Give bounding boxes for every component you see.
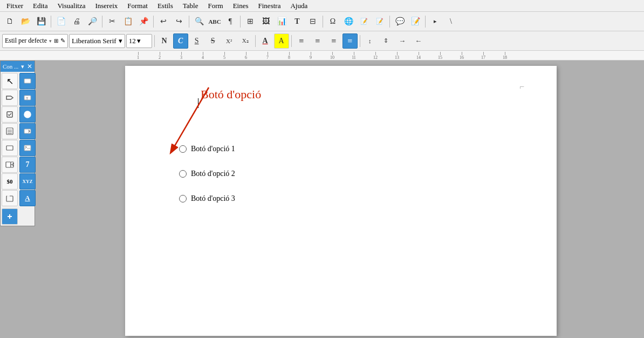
panel-expand-btn[interactable]: ▾ [21, 63, 24, 70]
paste-btn[interactable]: 📌 [136, 14, 151, 29]
menu-fitxer[interactable]: Fitxer [2, 1, 28, 11]
more-btn[interactable]: ▸ [428, 14, 443, 29]
line-spacing-btn[interactable]: ↕ [362, 33, 378, 49]
print-btn[interactable]: 🖨 [69, 14, 84, 29]
align-center-btn[interactable]: ≡ [310, 33, 325, 49]
insert-image-btn[interactable]: 🖼 [258, 14, 273, 29]
track-btn[interactable]: 📝 [408, 14, 423, 29]
text-cursor [198, 98, 198, 108]
label-btn[interactable] [2, 90, 18, 106]
superscript-btn[interactable]: X² [222, 33, 237, 49]
ruler-tick: 4 [192, 52, 214, 60]
scroll-bar-btn[interactable] [2, 140, 18, 156]
footnote-btn[interactable]: 📝 [357, 14, 372, 29]
ruler-tick: 12 [365, 52, 386, 60]
svg-rect-14 [6, 162, 11, 167]
menu-ajuda[interactable]: Ajuda [286, 1, 312, 11]
spin-field-btn[interactable]: ▲▼ [2, 157, 18, 173]
spell-btn[interactable]: ABC [207, 14, 222, 29]
currency-btn[interactable]: $0 [2, 173, 18, 190]
para-spacing-btn[interactable]: ⇕ [379, 33, 394, 49]
export-pdf-btn[interactable]: 📄 [53, 14, 68, 29]
special-chars-btn[interactable]: Ω [325, 14, 340, 29]
radio-btn-tool[interactable] [19, 106, 36, 123]
text-field-btn[interactable]: T [19, 90, 36, 106]
italic-btn[interactable]: C [173, 33, 188, 49]
bold-btn[interactable]: N [157, 33, 172, 49]
menu-finestra[interactable]: Finestra [254, 1, 285, 11]
insert-textbox-btn[interactable]: T [290, 14, 305, 29]
numeric-btn[interactable]: 7 [19, 157, 36, 173]
radio-circle-2[interactable] [179, 170, 187, 178]
ruler-tick: 18 [494, 52, 516, 60]
paint-mode-btn[interactable] [2, 208, 18, 225]
cursor-tool-btn[interactable]: ↖ [2, 73, 18, 89]
menu-eines[interactable]: Eines [229, 1, 253, 11]
decrease-indent-btn[interactable]: ← [411, 33, 426, 49]
ruler-tick: 16 [451, 52, 472, 60]
font-name-label: Liberation Serif [72, 37, 117, 45]
insert-control-btn[interactable] [19, 73, 36, 89]
comment-btn[interactable]: 💬 [392, 14, 407, 29]
formatted-text-btn[interactable]: XYZ [19, 173, 36, 190]
increase-indent-btn[interactable]: → [395, 33, 410, 49]
font-dropdown[interactable]: Liberation Serif ▾ [69, 34, 125, 48]
font-arrow-icon: ▾ [119, 37, 122, 45]
list-box-btn[interactable] [2, 123, 18, 139]
ruler-tick: 14 [408, 52, 429, 60]
hyperlink-btn[interactable]: 🌐 [341, 14, 356, 29]
radio-label-2: Botó d'opció 2 [191, 170, 235, 178]
open-btn[interactable]: 📂 [18, 14, 33, 29]
checkbox-btn[interactable] [2, 106, 18, 123]
size-dropdown[interactable]: 12 ▾ [126, 34, 152, 48]
preview-btn[interactable]: 🔎 [85, 14, 100, 29]
copy-btn[interactable]: 📋 [120, 14, 135, 29]
menu-edita[interactable]: Edita [29, 1, 52, 11]
redo-btn[interactable]: ↪ [172, 14, 187, 29]
subscript-btn[interactable]: X₂ [238, 33, 253, 49]
ruler: 1 2 3 4 5 6 7 8 9 10 11 12 13 14 15 16 1… [0, 51, 644, 60]
panel-bottom [1, 207, 35, 226]
find-btn[interactable]: 🔍 [191, 14, 207, 29]
align-right-btn[interactable]: ≡ [326, 33, 341, 49]
radio-circle-3[interactable] [179, 195, 187, 202]
group-box-btn[interactable] [2, 190, 18, 206]
svg-text:T: T [26, 96, 29, 100]
insert-table-btn[interactable]: ⊞ [243, 14, 258, 29]
insert-chart-btn[interactable]: 📊 [274, 14, 289, 29]
justify-btn[interactable]: ≡ [342, 33, 358, 49]
font-color-btn[interactable]: A [258, 33, 273, 49]
ruler-tick: 1 [127, 52, 149, 60]
ruler-tick: 17 [472, 52, 494, 60]
svg-rect-11 [6, 146, 13, 150]
text-label-ctrl-btn[interactable]: A [19, 190, 36, 206]
format-marks-btn[interactable]: ¶ [223, 14, 238, 29]
radio-circle-1[interactable] [179, 145, 187, 153]
sep5 [240, 16, 241, 28]
menu-estils[interactable]: Estils [153, 1, 177, 11]
undo-btn[interactable]: ↩ [156, 14, 171, 29]
image-ctrl-btn[interactable] [19, 140, 36, 156]
insert-field-btn[interactable]: ⊟ [305, 14, 320, 29]
underline-btn[interactable]: S [189, 33, 204, 49]
combo-box-btn[interactable] [19, 123, 36, 139]
panel-close-btn[interactable]: ✕ [27, 63, 32, 71]
menu-form[interactable]: Form [203, 1, 227, 11]
highlight-btn[interactable]: A [274, 33, 289, 49]
controls-panel: Con ... ▾ ✕ ↖ T [0, 60, 35, 226]
align-left-btn[interactable]: ≡ [294, 33, 309, 49]
menu-visualitza[interactable]: Visualitza [53, 1, 90, 11]
save-btn[interactable]: 💾 [33, 14, 49, 29]
doc-title: Botó d'opció [201, 87, 524, 102]
style-dropdown[interactable]: Estil per defecte ▾ ⊞ ✎ [2, 34, 68, 48]
menu-insereix[interactable]: Insereix [91, 1, 122, 11]
menu-format[interactable]: Format [123, 1, 152, 11]
strikethrough-btn[interactable]: S [205, 33, 221, 49]
ruler-tick: 8 [278, 52, 300, 60]
menu-table[interactable]: Table [179, 1, 203, 11]
ruler-tick: 2 [149, 52, 170, 60]
new-btn[interactable]: 🗋 [2, 14, 17, 29]
draw-line-btn[interactable]: \ [443, 14, 458, 29]
endnote-btn[interactable]: 📝 [372, 14, 387, 29]
cut-btn[interactable]: ✂ [105, 14, 120, 29]
